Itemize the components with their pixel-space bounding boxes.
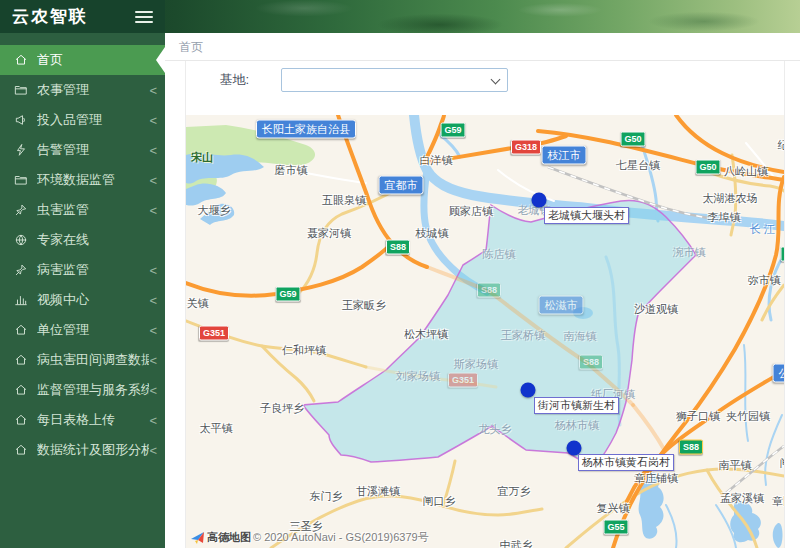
- sidebar-item[interactable]: 病害监管 <: [0, 255, 165, 285]
- chevron-left-icon: <: [149, 443, 157, 458]
- map-label: 公安县: [773, 364, 785, 383]
- road-badge: G50: [620, 132, 645, 147]
- hamburger-icon[interactable]: [135, 8, 153, 26]
- sidebar-item[interactable]: 专家在线: [0, 225, 165, 255]
- sidebar-item-label: 病害监管: [37, 261, 149, 279]
- chevron-left-icon: <: [149, 413, 157, 428]
- breadcrumb: 首页: [165, 33, 800, 61]
- sidebar-item-label: 告警管理: [37, 141, 149, 159]
- base-label: 基地:: [186, 71, 249, 89]
- sidebar-item[interactable]: 监督管理与服务系统 <: [0, 375, 165, 405]
- road-badge: G50: [695, 160, 720, 175]
- map-label: 斯家场镇: [454, 357, 498, 372]
- sidebar-item[interactable]: 病虫害田间调查数据 <: [0, 345, 165, 375]
- brand: 云农智联: [0, 0, 165, 33]
- home-icon: [14, 53, 28, 67]
- road-badge: G351: [199, 326, 229, 341]
- sidebar-item[interactable]: 农事管理 <: [0, 75, 165, 105]
- map-label: 弥市镇: [748, 273, 781, 288]
- sidebar-item[interactable]: 告警管理 <: [0, 135, 165, 165]
- chevron-left-icon: <: [149, 353, 157, 368]
- map-marker[interactable]: [532, 193, 547, 208]
- bolt-icon: [14, 143, 28, 157]
- map-label: 白洋镇: [420, 153, 453, 168]
- globe-icon: [14, 233, 28, 247]
- sidebar-item-label: 数据统计及图形分析: [37, 441, 149, 459]
- road-badge: G318: [511, 140, 541, 155]
- marker-tooltip: 街河市镇新生村: [534, 397, 619, 414]
- paper-plane-icon: [190, 531, 205, 544]
- map-label: 长阳土家族自治县: [256, 120, 356, 139]
- road-badge: S88: [679, 440, 703, 455]
- pin-icon: [14, 263, 28, 277]
- map-label: 沙道观镇: [634, 302, 678, 317]
- road-badge: G59: [275, 287, 300, 302]
- map-label: 李埠镇: [708, 210, 741, 225]
- sidebar-item-label: 监督管理与服务系统: [37, 381, 149, 399]
- map-label: 洋关镇: [186, 296, 209, 311]
- sidebar-item[interactable]: 单位管理 <: [0, 315, 165, 345]
- map-label: 陈店镇: [483, 247, 516, 262]
- map-label: 松滋市: [539, 296, 584, 315]
- sidebar-item[interactable]: 环境数据监管 <: [0, 165, 165, 195]
- map-label: 宋山: [191, 150, 213, 165]
- map-label: 王家畈乡: [342, 298, 386, 313]
- road-badge: G55: [780, 247, 784, 262]
- road-badge: G351: [448, 373, 478, 388]
- map-marker[interactable]: [521, 383, 536, 398]
- marker-tooltip: 老城镇大堰头村: [544, 207, 629, 224]
- chevron-left-icon: <: [149, 83, 157, 98]
- chevron-left-icon: <: [149, 263, 157, 278]
- road-badge: S88: [477, 283, 501, 298]
- sidebar-item[interactable]: 首页: [0, 45, 165, 75]
- map[interactable]: 长阳土家族自治县 宜都市 枝江市 松滋市 公安县 宋山 长江 磨市镇 大堰乡: [186, 115, 784, 548]
- map-label: 磨市镇: [275, 163, 308, 178]
- map-label: 夹竹园镇: [726, 409, 770, 424]
- chart-icon: [14, 293, 28, 307]
- sidebar-item-label: 视频中心: [37, 291, 149, 309]
- map-label: 章庄铺镇: [634, 471, 678, 486]
- sidebar-item-label: 专家在线: [37, 231, 157, 249]
- chevron-left-icon: <: [149, 143, 157, 158]
- home-icon: [14, 323, 28, 337]
- sidebar-item[interactable]: 数据统计及图形分析 <: [0, 435, 165, 465]
- home-icon: [14, 443, 28, 457]
- amap-logo[interactable]: 高德地图: [190, 530, 253, 545]
- megaphone-icon: [14, 113, 28, 127]
- map-label: 甘溪滩镇: [356, 484, 400, 499]
- map-canvas: [186, 115, 784, 548]
- map-label: 闸口乡: [423, 494, 456, 509]
- map-label: 大堰乡: [198, 203, 231, 218]
- home-icon: [14, 413, 28, 427]
- map-attribution: 高德地图 © 2020 AutoNavi - GS(2019)6379号: [190, 530, 429, 545]
- map-label: 宜万乡: [498, 484, 531, 499]
- home-icon: [14, 383, 28, 397]
- chevron-left-icon: <: [149, 203, 157, 218]
- sidebar-item[interactable]: 虫害监管 <: [0, 195, 165, 225]
- home-icon: [14, 353, 28, 367]
- sidebar-item[interactable]: 视频中心 <: [0, 285, 165, 315]
- map-label: 杨林市镇: [555, 418, 599, 433]
- sidebar-item-label: 每日表格上传: [37, 411, 149, 429]
- map-label: 顾家店镇: [449, 204, 493, 219]
- sidebar-item[interactable]: 投入品管理 <: [0, 105, 165, 135]
- base-filter-row: 基地:: [186, 61, 784, 115]
- chevron-left-icon: <: [149, 113, 157, 128]
- base-select[interactable]: [281, 68, 508, 92]
- road-badge: G55: [603, 520, 628, 535]
- map-label: 松木坪镇: [404, 327, 448, 342]
- sidebar-item-label: 病虫害田间调查数据: [37, 351, 149, 369]
- sidebar-item[interactable]: 每日表格上传 <: [0, 405, 165, 435]
- map-label: 纪南镇: [778, 138, 785, 153]
- map-label: 子良坪乡: [260, 401, 304, 416]
- road-badge: S88: [579, 355, 603, 370]
- sidebar-item-label: 首页: [37, 51, 157, 69]
- map-label: 王家桥镇: [501, 328, 545, 343]
- map-label: 聂家河镇: [307, 226, 351, 241]
- breadcrumb-home: 首页: [179, 40, 203, 54]
- map-label: 五眼泉镇: [322, 193, 366, 208]
- sidebar: 首页 农事管理 < 投入品管理 < 告警管理 < 环境数据监管 < 虫害监管: [0, 33, 165, 548]
- map-label: 中武乡: [500, 538, 533, 548]
- map-label: 复兴镇: [597, 501, 630, 516]
- map-label: 闸口镇: [780, 456, 785, 471]
